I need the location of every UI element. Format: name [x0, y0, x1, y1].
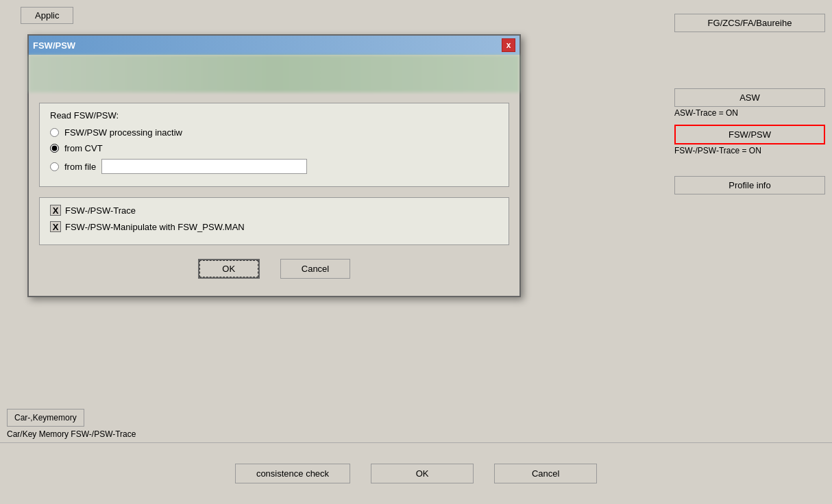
- dialog-close-button[interactable]: x: [502, 38, 515, 52]
- dialog-body: Read FSW/PSW: FSW/PSW processing inactiw…: [29, 92, 519, 296]
- fsw-manipulate-label: FSW-/PSW-Manipulate with FSW_PSW.MAN: [65, 222, 245, 232]
- asw-button[interactable]: ASW: [674, 88, 825, 107]
- fsw-psw-button[interactable]: FSW/PSW: [674, 125, 825, 144]
- radio-row-3: from file: [50, 159, 498, 174]
- dialog-title: FSW/PSW: [33, 40, 75, 51]
- fg-zcs-row: FG/ZCS/FA/Baureihe: [674, 14, 825, 32]
- profile-info-button[interactable]: Profile info: [674, 176, 825, 194]
- radio-inactiw[interactable]: [50, 128, 59, 137]
- fsw-trace-checkbox[interactable]: X: [50, 205, 61, 216]
- right-panel: FG/ZCS/FA/Baureihe ASW ASW-Trace = ON FS…: [674, 14, 825, 196]
- car-keymemory-area: Car-,Keymemory Car/Key Memory FSW-/PSW-T…: [7, 409, 136, 439]
- dialog-ok-button[interactable]: OK: [198, 259, 260, 279]
- radio-row-2: from CVT: [50, 143, 498, 153]
- car-keymemory-status: Car/Key Memory FSW-/PSW-Trace: [7, 429, 136, 439]
- asw-row: ASW: [674, 88, 825, 107]
- bottom-cancel-button[interactable]: Cancel: [494, 464, 597, 483]
- blurred-bg: [29, 55, 519, 92]
- dialog-cancel-button[interactable]: Cancel: [280, 259, 350, 279]
- read-fsw-label: Read FSW/PSW:: [50, 110, 498, 121]
- main-window: Applic FG/ZCS/FA/Baureihe ASW ASW-Trace …: [0, 0, 832, 504]
- radio-from-cvt-label: from CVT: [64, 143, 103, 153]
- car-keymemory-button[interactable]: Car-,Keymemory: [7, 409, 84, 427]
- applic-tab[interactable]: Applic: [21, 7, 73, 24]
- radio-row-1: FSW/PSW processing inactiw: [50, 127, 498, 138]
- checkboxes-group: X FSW-/PSW-Trace X FSW-/PSW-Manipulate w…: [39, 197, 509, 245]
- fsw-manipulate-checkbox[interactable]: X: [50, 221, 61, 232]
- fsw-trace-label: FSW-/PSW-Trace: [65, 205, 136, 216]
- radio-from-file[interactable]: [50, 162, 59, 171]
- dialog-button-row: OK Cancel: [39, 259, 509, 286]
- radio-inactiw-label: FSW/PSW processing inactiw: [64, 127, 182, 138]
- top-tab-area: Applic: [21, 7, 73, 24]
- checkbox-row-1: X FSW-/PSW-Trace: [50, 205, 498, 216]
- asw-status: ASW-Trace = ON: [674, 108, 825, 118]
- fsw-psw-row: FSW/PSW: [674, 125, 825, 144]
- dialog-titlebar: FSW/PSW x: [29, 36, 519, 55]
- fsw-psw-dialog: FSW/PSW x Read FSW/PSW: FSW/PSW processi…: [27, 34, 521, 297]
- fg-zcs-button[interactable]: FG/ZCS/FA/Baureihe: [674, 14, 825, 32]
- checkbox-row-2: X FSW-/PSW-Manipulate with FSW_PSW.MAN: [50, 221, 498, 232]
- file-path-input[interactable]: [101, 159, 307, 174]
- read-fsw-group: Read FSW/PSW: FSW/PSW processing inactiw…: [39, 103, 509, 187]
- bottom-bar: consistence check OK Cancel: [0, 442, 832, 504]
- profile-info-row: Profile info: [674, 176, 825, 194]
- radio-from-file-label: from file: [64, 162, 96, 172]
- radio-from-cvt[interactable]: [50, 144, 59, 153]
- consistence-check-button[interactable]: consistence check: [235, 464, 350, 483]
- bottom-ok-button[interactable]: OK: [371, 464, 474, 483]
- fsw-psw-status: FSW-/PSW-Trace = ON: [674, 146, 825, 155]
